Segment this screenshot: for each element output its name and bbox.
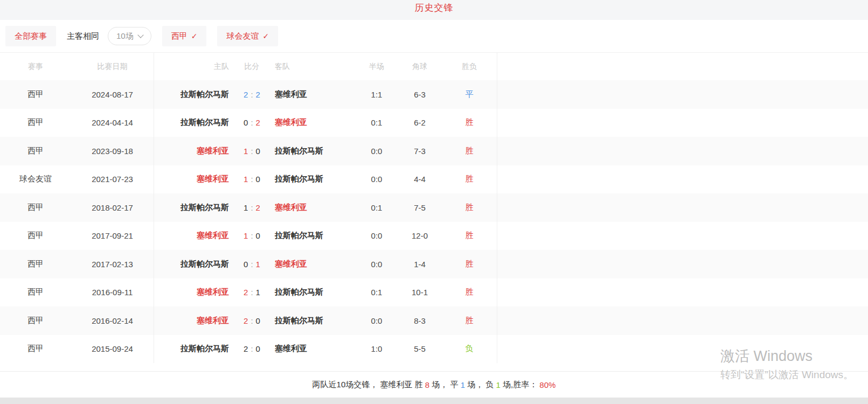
cell-corners: 10-1: [398, 278, 442, 307]
summary-seg3: 场， 负: [465, 380, 496, 390]
cell-score: 2 : 0: [231, 307, 273, 335]
score-colon: :: [251, 175, 253, 184]
result-badge: 平: [466, 89, 474, 100]
table-row[interactable]: 西甲 2017-02-13 拉斯帕尔马斯 0 : 1 塞维利亚 0:0 1-4 …: [0, 250, 868, 278]
cell-date: 2024-04-14: [71, 109, 154, 137]
cell-away-team: 拉斯帕尔马斯: [273, 137, 356, 165]
summary-draws: 1: [461, 380, 465, 389]
filter-all-matches[interactable]: 全部赛事: [5, 26, 56, 46]
table-row[interactable]: 西甲 2024-04-14 拉斯帕尔马斯 0 : 2 塞维利亚 0:1 6-2 …: [0, 109, 868, 137]
away-goals: 0: [256, 316, 260, 325]
cell-filler: [497, 109, 868, 137]
table-row[interactable]: 西甲 2023-09-18 塞维利亚 1 : 0 拉斯帕尔马斯 0:0 7-3 …: [0, 137, 868, 165]
cell-filler: [497, 307, 868, 335]
cell-halftime: 0:1: [356, 109, 398, 137]
cell-home-team: 拉斯帕尔马斯: [154, 80, 231, 109]
home-team-name: 塞维利亚: [197, 146, 229, 156]
cell-away-team: 拉斯帕尔马斯: [273, 278, 356, 307]
table-row[interactable]: 西甲 2016-02-14 塞维利亚 2 : 0 拉斯帕尔马斯 0:0 8-3 …: [0, 307, 868, 335]
chevron-down-icon: [137, 32, 143, 38]
cell-result: 胜: [442, 137, 497, 165]
home-goals: 1: [244, 175, 248, 184]
cell-league: 西甲: [0, 307, 71, 335]
cell-score: 2 : 1: [231, 278, 273, 307]
away-team-name: 塞维利亚: [275, 203, 307, 213]
table-row[interactable]: 西甲 2017-09-21 塞维利亚 1 : 0 拉斯帕尔马斯 0:0 12-0…: [0, 222, 868, 250]
cell-halftime: 0:0: [356, 137, 398, 165]
cell-league: 球会友谊: [0, 165, 71, 194]
away-goals: 2: [256, 118, 260, 127]
score-colon: :: [251, 90, 253, 99]
match-count-dropdown[interactable]: 10场: [108, 27, 151, 45]
table-row[interactable]: 西甲 2024-08-17 拉斯帕尔马斯 2 : 2 塞维利亚 1:1 6-3 …: [0, 80, 868, 109]
cell-halftime: 1:0: [356, 335, 398, 364]
away-team-name: 拉斯帕尔马斯: [275, 287, 323, 297]
cell-date: 2016-02-14: [71, 307, 154, 335]
cell-corners: 8-3: [398, 307, 442, 335]
cell-league: 西甲: [0, 222, 71, 250]
cell-home-team: 塞维利亚: [154, 222, 231, 250]
table-row[interactable]: 球会友谊 2021-07-23 塞维利亚 1 : 0 拉斯帕尔马斯 0:0 4-…: [0, 165, 868, 194]
table-row[interactable]: 西甲 2016-09-11 塞维利亚 2 : 1 拉斯帕尔马斯 0:1 10-1…: [0, 278, 868, 307]
away-goals: 0: [256, 175, 260, 184]
home-goals: 0: [244, 260, 248, 269]
cell-league: 西甲: [0, 335, 71, 364]
cell-corners: 7-5: [398, 193, 442, 222]
cell-corners: 12-0: [398, 222, 442, 250]
filter-league-laliga[interactable]: 西甲 ✓: [162, 26, 207, 46]
home-goals: 1: [244, 147, 248, 156]
home-goals: 1: [244, 203, 248, 212]
page-title: 历史交锋: [415, 2, 454, 14]
score-colon: :: [251, 288, 253, 297]
away-goals: 2: [256, 90, 260, 99]
away-team-name: 拉斯帕尔马斯: [275, 231, 323, 241]
cell-halftime: 0:0: [356, 165, 398, 194]
home-team-name: 拉斯帕尔马斯: [180, 259, 229, 269]
cell-date: 2018-02-17: [71, 193, 154, 222]
table-row[interactable]: 西甲 2018-02-17 拉斯帕尔马斯 1 : 2 塞维利亚 0:1 7-5 …: [0, 193, 868, 222]
cell-result: 胜: [442, 307, 497, 335]
cell-home-team: 塞维利亚: [154, 137, 231, 165]
home-goals: 2: [244, 344, 248, 353]
result-badge: 胜: [466, 259, 474, 269]
cell-home-team: 塞维利亚: [154, 278, 231, 307]
cell-away-team: 塞维利亚: [273, 80, 356, 109]
cell-corners: 6-3: [398, 80, 442, 109]
cell-score: 1 : 0: [231, 222, 273, 250]
header-score: 比分: [231, 53, 273, 80]
filter-league-label: 西甲: [171, 31, 188, 41]
next-section-edge: [0, 398, 868, 404]
cell-date: 2017-09-21: [71, 222, 154, 250]
cell-corners: 5-5: [398, 335, 442, 364]
cell-result: 胜: [442, 222, 497, 250]
filter-same-venue[interactable]: 主客相同: [67, 31, 99, 41]
away-team-name: 塞维利亚: [275, 344, 307, 354]
cell-date: 2016-09-11: [71, 278, 154, 307]
filter-club-friendly[interactable]: 球会友谊 ✓: [217, 26, 278, 46]
home-goals: 1: [244, 231, 248, 240]
home-team-name: 塞维利亚: [197, 231, 229, 241]
cell-away-team: 塞维利亚: [273, 109, 356, 137]
away-team-name: 拉斯帕尔马斯: [275, 174, 323, 184]
match-count-value: 10场: [116, 31, 134, 41]
cell-result: 负: [442, 335, 497, 364]
cell-filler: [497, 222, 868, 250]
cell-corners: 4-4: [398, 165, 442, 194]
summary-prefix: 两队近10场交锋， 塞维利亚 胜: [313, 380, 425, 390]
summary-seg2: 场， 平: [429, 380, 461, 390]
cell-away-team: 拉斯帕尔马斯: [273, 307, 356, 335]
result-badge: 胜: [466, 117, 474, 128]
cell-home-team: 塞维利亚: [154, 165, 231, 194]
cell-score: 0 : 1: [231, 250, 273, 278]
away-goals: 0: [256, 147, 260, 156]
header-league: 赛事: [0, 53, 71, 80]
away-goals: 0: [256, 231, 260, 240]
windows-activation-watermark: 激活 Windows: [720, 346, 813, 366]
score-colon: :: [251, 203, 253, 212]
score-colon: :: [251, 260, 253, 269]
header-away-team: 客队: [273, 53, 356, 80]
cell-league: 西甲: [0, 137, 71, 165]
cell-halftime: 0:0: [356, 222, 398, 250]
cell-filler: [497, 193, 868, 222]
cell-date: 2021-07-23: [71, 165, 154, 194]
